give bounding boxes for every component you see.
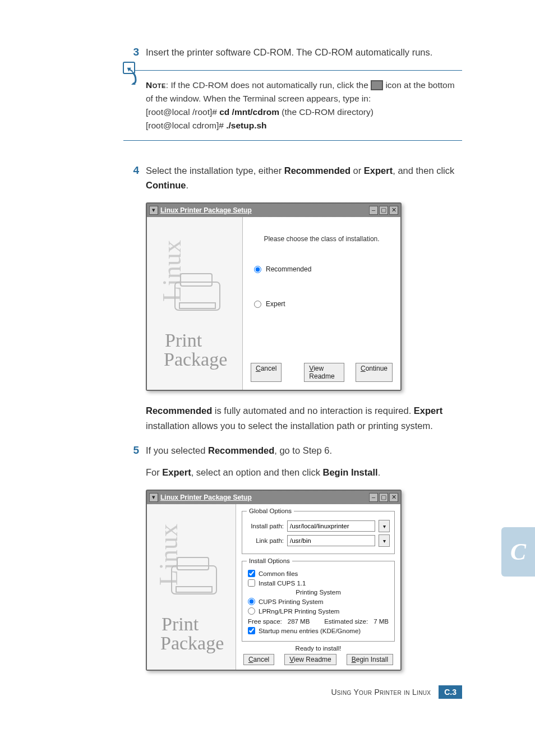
- ss2-brand-graphic: Linux Print Package: [149, 513, 233, 658]
- ss1-continue-button[interactable]: Continue: [356, 363, 393, 382]
- ss2-install-path-input[interactable]: [287, 520, 375, 532]
- ss1-radio-recommended-label: Recommended: [266, 265, 311, 273]
- ss2-link-path-input[interactable]: [287, 535, 375, 546]
- ss2-link-path-dropdown[interactable]: ▾: [379, 534, 390, 547]
- ss1-title: Linux Printer Package Setup: [160, 206, 252, 214]
- ss1-titlebar[interactable]: ▾ Linux Printer Package Setup – ▢ ✕: [147, 204, 400, 217]
- note-label: Note: [146, 80, 166, 90]
- ss2-free-space-value: 287 MB: [288, 618, 310, 625]
- step-5-text: If you selected Recommended, go to Step …: [146, 443, 462, 458]
- ss2-global-options-fieldset: Global Options Install path: ▾ Link path…: [242, 508, 395, 554]
- ss2-cancel-button[interactable]: Cancel: [243, 654, 274, 665]
- ss2-printing-system-label: Printing System: [247, 589, 390, 596]
- ss2-chk-common-input[interactable]: [248, 570, 255, 577]
- ss2-radio-lprng-input[interactable]: [248, 607, 255, 615]
- ss1-message: Please choose the class of installation.: [251, 235, 393, 243]
- ss1-radio-recommended[interactable]: Recommended: [254, 265, 393, 273]
- note-arrow-icon: [120, 60, 145, 85]
- ss1-brand-panel: Linux Print Package: [147, 217, 243, 390]
- section-thumb-tab: C: [501, 527, 535, 577]
- ss2-install-path-dropdown[interactable]: ▾: [379, 520, 390, 532]
- svg-text:Print: Print: [165, 330, 202, 351]
- svg-text:Linux: Linux: [154, 524, 183, 586]
- note-block: Note: If the CD-ROM does not automatical…: [123, 70, 462, 141]
- ss2-chk-install-cups-label: Install CUPS 1.1: [259, 580, 306, 587]
- ss1-radio-recommended-input[interactable]: [254, 266, 261, 273]
- ss2-title: Linux Printer Package Setup: [160, 494, 252, 501]
- ss2-chk-common[interactable]: Common files: [248, 570, 390, 577]
- note-term-line2-cmd: ./setup.sh: [226, 121, 266, 130]
- ss2-radio-cups[interactable]: CUPS Printing System: [248, 598, 390, 605]
- ss2-chk-startup[interactable]: Startup menu entries (KDE/Gnome): [248, 627, 390, 634]
- ss1-cancel-button[interactable]: Cancel: [251, 363, 282, 382]
- page-footer: Using Your Printer in Linux C.3: [331, 685, 462, 699]
- step-5: 5 If you selected Recommended, go to Ste…: [123, 443, 462, 458]
- screenshot-1: ▾ Linux Printer Package Setup – ▢ ✕ Linu…: [146, 202, 462, 391]
- ss1-close-button[interactable]: ✕: [389, 206, 398, 215]
- ss2-chk-startup-input[interactable]: [248, 627, 255, 634]
- screenshot-2: ▾ Linux Printer Package Setup – ▢ ✕ Linu…: [146, 490, 462, 671]
- ss1-brand-graphic: Linux Print Package: [153, 229, 237, 375]
- ss2-ready-label: Ready to install!: [242, 645, 395, 652]
- ss2-minimize-button[interactable]: –: [369, 493, 378, 502]
- ss2-view-readme-button[interactable]: View Readme: [284, 654, 336, 665]
- ss1-view-readme-button[interactable]: View Readme: [304, 363, 344, 382]
- step-4-trailing: Recommended is fully automated and no in…: [123, 403, 462, 433]
- ss2-begin-install-button[interactable]: Begin Install: [347, 654, 393, 665]
- ss2-est-size-value: 7 MB: [373, 618, 389, 625]
- ss2-close-button[interactable]: ✕: [389, 493, 398, 502]
- ss2-link-path-label: Link path:: [247, 537, 284, 544]
- ss2-install-path-label: Install path:: [247, 523, 284, 529]
- step-number-4: 4: [123, 163, 139, 178]
- ss2-chk-install-cups-input[interactable]: [248, 579, 255, 587]
- ss2-chk-install-cups[interactable]: Install CUPS 1.1: [248, 579, 390, 587]
- note-term-line1-cmd: cd /mnt/cdrom: [219, 107, 279, 117]
- ss2-chk-startup-label: Startup menu entries (KDE/Gnome): [259, 628, 361, 634]
- ss1-sysmenu-icon[interactable]: ▾: [149, 206, 158, 215]
- ss1-radio-expert[interactable]: Expert: [254, 300, 393, 308]
- step-5-trailing: For Expert, select an option and then cl…: [123, 465, 462, 480]
- ss1-radio-expert-input[interactable]: [254, 301, 261, 308]
- ss2-chk-common-label: Common files: [259, 570, 298, 577]
- note-term-line2-prefix: [root@local cdrom]#: [146, 121, 226, 130]
- ss2-titlebar[interactable]: ▾ Linux Printer Package Setup – ▢ ✕: [147, 491, 400, 504]
- ss2-maximize-button[interactable]: ▢: [379, 493, 388, 502]
- footer-page-badge: C.3: [439, 685, 462, 699]
- step-3-text: Insert the printer software CD-ROM. The …: [146, 45, 462, 59]
- step-4-text: Select the installation type, either Rec…: [146, 163, 462, 193]
- svg-rect-4: [179, 303, 215, 308]
- ss2-radio-cups-label: CUPS Printing System: [259, 598, 324, 605]
- footer-text: Using Your Printer in Linux: [331, 688, 431, 697]
- step-4: 4 Select the installation type, either R…: [123, 163, 462, 193]
- ss2-free-space-label: Free space:: [248, 618, 282, 625]
- svg-text:Package: Package: [160, 633, 224, 653]
- svg-rect-10: [176, 587, 212, 592]
- svg-text:Print: Print: [162, 614, 199, 634]
- step-number-3: 3: [123, 45, 139, 60]
- ss2-radio-lprng-label: LPRng/LPR Printing System: [259, 608, 339, 615]
- ss2-radio-lprng[interactable]: LPRng/LPR Printing System: [248, 607, 390, 615]
- ss1-radio-expert-label: Expert: [266, 300, 285, 308]
- ss1-maximize-button[interactable]: ▢: [379, 206, 388, 215]
- ss2-est-size-label: Estimated size:: [324, 618, 368, 625]
- note-term-line1-suffix: (the CD-ROM directory): [279, 107, 373, 117]
- ss2-sysmenu-icon[interactable]: ▾: [149, 493, 158, 502]
- svg-text:Linux: Linux: [158, 241, 186, 302]
- svg-text:Package: Package: [164, 349, 227, 370]
- ss2-brand-panel: Linux Print Package: [147, 504, 236, 670]
- ss2-global-options-legend: Global Options: [247, 508, 294, 514]
- ss2-radio-cups-input[interactable]: [248, 598, 255, 605]
- note-term-line1-prefix: [root@local /root]#: [146, 107, 219, 117]
- ss2-install-options-fieldset: Install Options Common files Install CUP…: [242, 557, 395, 642]
- terminal-icon: [371, 80, 383, 90]
- note-text-a: : If the CD-ROM does not automatically r…: [166, 80, 371, 90]
- ss1-minimize-button[interactable]: –: [369, 206, 378, 215]
- step-3: 3 Insert the printer software CD-ROM. Th…: [123, 45, 462, 60]
- ss2-install-options-legend: Install Options: [247, 557, 292, 564]
- step-number-5: 5: [123, 443, 139, 458]
